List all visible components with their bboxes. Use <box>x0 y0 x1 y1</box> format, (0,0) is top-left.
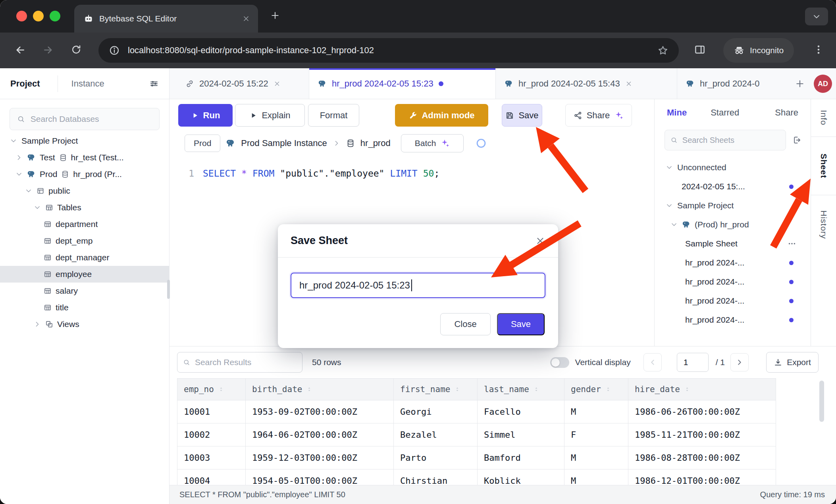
vertical-display-toggle[interactable] <box>550 357 569 368</box>
sidebar-resize-handle[interactable] <box>167 280 170 299</box>
more-options-icon[interactable] <box>788 239 796 248</box>
table-row[interactable]: 10003 1959-12-03T00:00:00Z Parto Bamford… <box>177 446 776 469</box>
sheet-item-4[interactable]: hr_prod 2024-... <box>655 310 811 329</box>
dialog-close-button[interactable]: Close <box>440 313 491 335</box>
page-number-input[interactable] <box>677 353 709 372</box>
format-button[interactable]: Format <box>308 104 359 127</box>
close-tab-icon[interactable] <box>625 80 632 87</box>
zoom-window-button[interactable] <box>50 11 60 21</box>
table-scrollbar[interactable] <box>819 381 824 422</box>
table-row[interactable]: 10004 1954-05-01T00:00:00Z Chirstian Kob… <box>177 469 776 485</box>
forward-button[interactable] <box>42 44 54 56</box>
save-button[interactable]: Save <box>502 104 542 127</box>
tab-search-button[interactable] <box>805 8 828 25</box>
column-header[interactable]: emp_no <box>177 378 246 400</box>
tab-history[interactable]: History <box>811 195 836 254</box>
sheet-group-prod-hr-prod[interactable]: (Prod) hr_prod <box>655 215 811 234</box>
tree-item-hr-test[interactable]: Test hr_test (Test... <box>0 149 169 166</box>
tree-item-table-employee[interactable]: employee <box>0 266 169 283</box>
site-info-icon[interactable] <box>109 45 120 56</box>
query-tab-3[interactable]: hr_prod 2024-02-05 15:43 <box>496 68 677 99</box>
column-header[interactable]: last_name <box>478 378 564 400</box>
tab-info[interactable]: Info <box>811 99 836 137</box>
sort-icon[interactable] <box>218 386 224 392</box>
reload-button[interactable] <box>71 44 82 55</box>
sql-editor-line[interactable]: 1 SELECT*FROM"public"."employee"LIMIT50; <box>170 165 654 181</box>
instance-name[interactable]: Prod Sample Instance <box>241 138 327 148</box>
close-tab-icon[interactable] <box>242 15 250 23</box>
tree-item-table-dept-emp[interactable]: dept_emp <box>0 233 169 249</box>
share-button[interactable]: Share <box>565 104 632 127</box>
collapse-panel-icon[interactable] <box>792 135 802 145</box>
tree-item-table-title[interactable]: title <box>0 299 169 316</box>
tree-item-table-dept-manager[interactable]: dept_manager <box>0 249 169 266</box>
tab-project[interactable]: Project <box>10 79 40 89</box>
back-button[interactable] <box>14 44 26 56</box>
user-avatar[interactable]: AD <box>814 75 832 93</box>
sheet-item-sample-sheet[interactable]: Sample Sheet <box>655 234 811 253</box>
address-bar[interactable]: localhost:8080/sql-editor/prod-sample-in… <box>98 38 679 63</box>
tab-share[interactable]: Share <box>775 108 798 118</box>
sheet-name-input[interactable]: hr_prod 2024-02-05 15:23 <box>291 273 545 298</box>
dialog-save-button[interactable]: Save <box>497 313 545 335</box>
new-query-tab-button[interactable] <box>795 79 805 89</box>
tree-item-views[interactable]: Views <box>0 316 169 333</box>
table-row[interactable]: 10002 1964-06-02T00:00:00Z Bezalel Simme… <box>177 423 776 446</box>
query-tab-1[interactable]: 2024-02-05 15:22 <box>177 68 309 99</box>
column-header[interactable]: first_name <box>394 378 478 400</box>
run-button[interactable]: Run <box>178 104 233 127</box>
previous-page-button[interactable] <box>643 353 662 371</box>
sheet-item-unconnected[interactable]: 2024-02-05 15:... <box>655 177 811 196</box>
sort-icon[interactable] <box>605 386 611 392</box>
table-row[interactable]: 10001 1953-09-02T00:00:00Z Georgi Facell… <box>177 400 776 423</box>
sheet-search-input[interactable] <box>682 136 780 145</box>
explain-button[interactable]: Explain <box>235 104 305 127</box>
tree-item-hr-prod[interactable]: Prod hr_prod (Pr... <box>0 166 169 183</box>
filter-settings-icon[interactable] <box>149 79 159 88</box>
query-tab-2-active[interactable]: hr_prod 2024-02-05 15:23 <box>309 68 496 99</box>
tab-mine[interactable]: Mine <box>667 108 687 118</box>
batch-button[interactable]: Batch <box>401 134 464 152</box>
sheet-item-2[interactable]: hr_prod 2024-... <box>655 272 811 291</box>
results-search-input[interactable] <box>195 358 297 367</box>
admin-mode-button[interactable]: Admin mode <box>395 104 488 127</box>
column-header[interactable]: birth_date <box>246 378 394 400</box>
sort-icon[interactable] <box>533 386 539 392</box>
tree-item-tables[interactable]: Tables <box>0 199 169 216</box>
bookmark-star-icon[interactable] <box>657 45 668 56</box>
export-button[interactable]: Export <box>766 352 819 373</box>
minimize-window-button[interactable] <box>33 11 44 21</box>
sort-icon[interactable] <box>306 386 312 392</box>
tree-item-table-salary[interactable]: salary <box>0 283 169 299</box>
database-search[interactable] <box>10 108 160 130</box>
results-search[interactable] <box>177 352 302 373</box>
tree-item-sample-project[interactable]: Sample Project <box>0 133 169 149</box>
tab-starred[interactable]: Starred <box>711 108 739 118</box>
side-panel-icon[interactable] <box>694 44 706 56</box>
sync-ring-icon[interactable] <box>476 138 487 149</box>
tree-item-table-department[interactable]: department <box>0 216 169 233</box>
browser-tab[interactable]: Bytebase SQL Editor <box>74 5 258 33</box>
sheet-group-sample-project[interactable]: Sample Project <box>655 196 811 215</box>
tree-item-schema-public[interactable]: public <box>0 183 169 199</box>
column-header[interactable]: gender <box>564 378 628 400</box>
database-name[interactable]: hr_prod <box>360 138 391 148</box>
sort-icon[interactable] <box>454 386 460 392</box>
close-window-button[interactable] <box>16 11 27 21</box>
sheet-search[interactable] <box>665 130 786 150</box>
browser-menu-icon[interactable] <box>813 44 824 55</box>
sheet-item-3[interactable]: hr_prod 2024-... <box>655 291 811 310</box>
sheet-item-1[interactable]: hr_prod 2024-... <box>655 253 811 272</box>
database-search-input[interactable] <box>31 114 152 124</box>
tab-sheet[interactable]: Sheet <box>811 137 836 195</box>
close-tab-icon[interactable] <box>274 80 281 87</box>
query-tab-4[interactable]: hr_prod 2024-0 <box>677 68 789 99</box>
environment-chip[interactable]: Prod <box>185 135 220 152</box>
sort-icon[interactable] <box>684 386 690 392</box>
sheet-group-unconnected[interactable]: Unconnected <box>655 158 811 177</box>
next-page-button[interactable] <box>730 353 749 371</box>
close-dialog-icon[interactable] <box>535 236 545 246</box>
tab-instance[interactable]: Instance <box>71 79 104 89</box>
column-header[interactable]: hire_date <box>628 378 776 400</box>
new-tab-button[interactable] <box>270 10 280 21</box>
